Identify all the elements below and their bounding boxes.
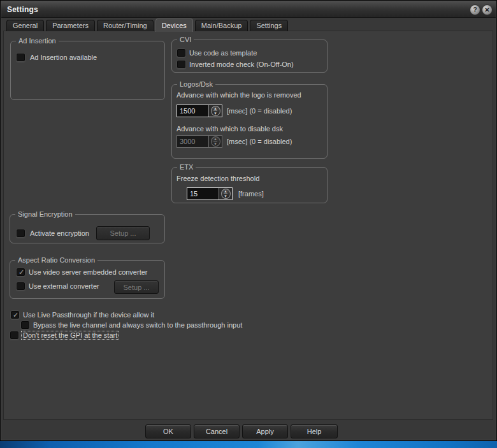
- help-button[interactable]: ?: [470, 4, 480, 15]
- live-passthrough-checkbox[interactable]: ✓: [10, 310, 20, 319]
- cvi-group-title: CVI: [177, 36, 194, 44]
- dsk-advance-input: [177, 136, 208, 147]
- activate-encryption-label: Activate encryption: [30, 229, 89, 237]
- external-converter-label: Use external converter: [29, 282, 99, 290]
- bypass-live-channel-label: Bypass the live channel and always switc…: [33, 321, 242, 329]
- ad-insertion-available-row: Ad Insertion available: [16, 53, 97, 62]
- logo-advance-spinbox: ▲ ▼: [176, 105, 222, 117]
- gpi-reset-label: Don't reset the GPI at the start: [21, 331, 119, 340]
- tab-bar: General Parameters Router/Timing Devices…: [6, 19, 290, 31]
- logo-advance-label: Advance with which the logo is removed: [176, 91, 301, 99]
- inverted-mode-row: Inverted mode check (On-Off-On): [176, 60, 294, 69]
- gpi-reset-checkbox[interactable]: [10, 331, 19, 340]
- ad-insertion-available-label: Ad Insertion available: [30, 54, 97, 61]
- cancel-button[interactable]: Cancel: [194, 424, 240, 438]
- close-button[interactable]: ✕: [482, 4, 493, 15]
- spin-down-icon: ▼: [213, 110, 217, 115]
- freeze-threshold-input[interactable]: [187, 188, 219, 199]
- apply-button[interactable]: Apply: [242, 424, 288, 438]
- tab-router-timing[interactable]: Router/Timing: [97, 20, 154, 31]
- embedded-converter-label: Use video server embedded converter: [29, 268, 147, 276]
- close-icon: ✕: [484, 6, 489, 13]
- freeze-threshold-spinner[interactable]: ▲ ▼: [219, 188, 232, 199]
- inverted-mode-label: Inverted mode check (On-Off-On): [189, 61, 294, 68]
- check-icon: ✓: [11, 310, 20, 319]
- spin-down-icon: ▼: [213, 141, 217, 146]
- dsk-advance-unit: [msec] (0 = disabled): [227, 135, 292, 148]
- live-passthrough-label: Use Live Passthrough if the device allow…: [23, 311, 154, 319]
- bypass-live-channel-checkbox[interactable]: [20, 321, 30, 329]
- signal-encryption-group-title: Signal Encryption: [15, 210, 75, 219]
- live-passthrough-row: ✓ Use Live Passthrough if the device all…: [10, 310, 154, 319]
- external-converter-checkbox[interactable]: [16, 282, 25, 291]
- freeze-threshold-spinbox: ▲ ▼: [187, 187, 233, 200]
- use-code-label: Use code as template: [189, 49, 257, 57]
- logo-advance-spinner[interactable]: ▲ ▼: [208, 105, 222, 117]
- help-icon: ?: [473, 6, 477, 13]
- logos-dsk-group-title: Logos/Dsk: [177, 80, 215, 89]
- dsk-advance-spinner: ▲ ▼: [208, 136, 222, 147]
- spinner-knob: ▲ ▼: [211, 136, 220, 147]
- spinner-knob: ▲ ▼: [221, 189, 231, 199]
- desktop-background: [0, 441, 497, 448]
- settings-window: Settings ? ✕ General Parameters Router/T…: [0, 0, 497, 441]
- tab-main-backup[interactable]: Main/Backup: [195, 20, 248, 31]
- ad-insertion-available-checkbox[interactable]: [16, 53, 25, 62]
- window-title: Settings: [7, 1, 38, 18]
- tab-devices[interactable]: Devices: [155, 18, 193, 32]
- external-converter-row: Use external converter: [16, 282, 99, 291]
- freeze-threshold-label: Freeze detection threshold: [176, 175, 259, 182]
- inverted-mode-checkbox[interactable]: [176, 60, 186, 69]
- ad-insertion-group-title: Ad Insertion: [16, 37, 59, 45]
- aspect-ratio-group-title: Aspect Ratio Conversion: [15, 256, 97, 264]
- logo-advance-unit: [msec] (0 = disabled): [227, 105, 292, 117]
- spin-down-icon: ▼: [224, 193, 227, 198]
- tab-parameters[interactable]: Parameters: [46, 20, 95, 31]
- freeze-threshold-unit: [frames]: [238, 187, 264, 200]
- use-code-checkbox[interactable]: [176, 48, 186, 57]
- encryption-setup-button: Setup ...: [96, 226, 150, 240]
- check-icon: ✓: [17, 268, 26, 277]
- gpi-reset-row: Don't reset the GPI at the start: [10, 331, 119, 340]
- tab-settings[interactable]: Settings: [250, 20, 288, 31]
- activate-encryption-checkbox[interactable]: [16, 229, 25, 238]
- dsk-advance-label: Advance with which to disable dsk: [176, 125, 283, 133]
- external-converter-setup-button: Setup ...: [114, 280, 159, 294]
- embedded-converter-row: ✓ Use video server embedded converter: [16, 268, 147, 277]
- ok-button[interactable]: OK: [145, 424, 191, 438]
- ad-insertion-group: Ad Insertion: [10, 41, 165, 100]
- etx-group-title: ETX: [177, 163, 196, 171]
- help-button-bottom[interactable]: Help: [291, 424, 338, 438]
- dsk-advance-spinbox: ▲ ▼: [176, 135, 222, 148]
- activate-encryption-row: Activate encryption: [16, 229, 89, 238]
- use-code-row: Use code as template: [176, 48, 257, 57]
- spinner-knob: ▲ ▼: [211, 106, 220, 116]
- tab-general[interactable]: General: [6, 20, 44, 31]
- bypass-live-channel-row: Bypass the live channel and always switc…: [20, 321, 242, 329]
- titlebar: Settings ? ✕: [1, 1, 496, 18]
- embedded-converter-checkbox[interactable]: ✓: [16, 268, 25, 277]
- logo-advance-input[interactable]: [177, 105, 208, 117]
